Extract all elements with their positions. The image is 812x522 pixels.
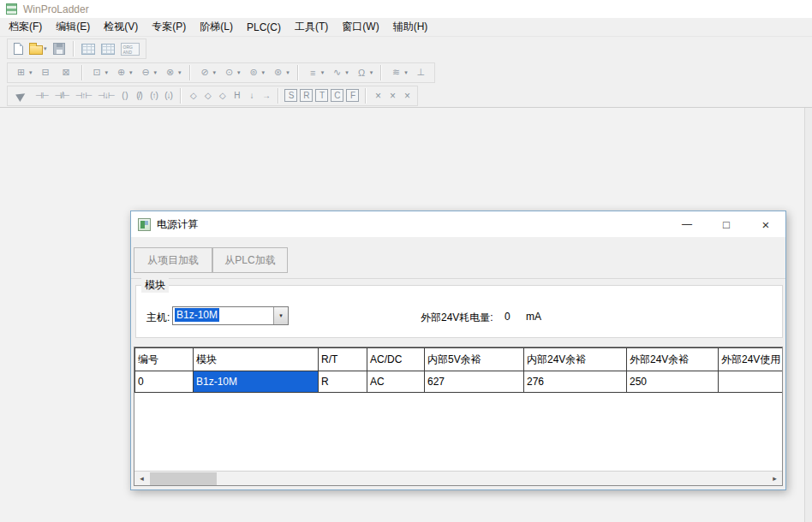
contact-no-button[interactable]: ⊣⊢ bbox=[33, 89, 50, 103]
table-view-button[interactable] bbox=[99, 43, 116, 56]
cell-number[interactable]: 0 bbox=[135, 371, 194, 393]
toolbar2-button-contact-a[interactable]: ⊕▾ bbox=[112, 65, 134, 80]
select-cursor-button[interactable] bbox=[12, 91, 31, 101]
toolbar2-button-jump[interactable]: ⊛▾ bbox=[269, 65, 291, 80]
counter-instruction-button[interactable]: C bbox=[331, 89, 343, 102]
dropdown-caret-icon: ▾ bbox=[154, 69, 158, 76]
dropdown-caret-icon: ▾ bbox=[370, 69, 373, 76]
branch-tool-1[interactable]: ◇ bbox=[187, 89, 199, 103]
dialog-icon bbox=[138, 218, 151, 231]
dropdown-caret-icon: ▾ bbox=[262, 69, 266, 76]
toolbar2-button-link[interactable]: ≋▾ bbox=[387, 65, 409, 80]
scroll-left-button[interactable]: ◂ bbox=[134, 472, 149, 485]
toolbar2-button-wave-monitor[interactable]: ∿▾ bbox=[328, 65, 350, 80]
ladder-view-button[interactable] bbox=[80, 43, 97, 56]
toolbar2-button-zoom[interactable]: ⊡▾ bbox=[88, 65, 110, 80]
toolbar2-button-function-block[interactable]: ⊘▾ bbox=[196, 65, 218, 80]
toolbar-standard: ▾ ORG AND bbox=[0, 37, 812, 61]
toolbar2-button-stamp[interactable]: ⊞▾ bbox=[12, 65, 34, 80]
close-button[interactable]: × bbox=[746, 211, 785, 237]
ground-tool-icon: ⊥ bbox=[414, 66, 428, 80]
line-right-tool[interactable]: → bbox=[260, 89, 272, 103]
coil-set-button[interactable]: (↑) bbox=[147, 89, 159, 103]
menu-project[interactable]: 专案(P) bbox=[145, 17, 193, 37]
toolbar-separator bbox=[278, 88, 278, 104]
cell-module-selected[interactable]: B1z-10M bbox=[194, 371, 319, 393]
host-combobox[interactable]: B1z-10M ▾ bbox=[172, 306, 289, 325]
timer-instruction-button[interactable]: T bbox=[315, 89, 328, 102]
workspace-right-edge bbox=[804, 108, 812, 522]
contact-rising-button[interactable]: ⊣↑⊢ bbox=[74, 89, 93, 103]
table-header-row: 编号 模块 R/T AC/DC 内部5V余裕 内部24V余裕 外部24V余裕 外… bbox=[135, 348, 784, 371]
stamp-tool-icon: ⊞ bbox=[14, 66, 28, 80]
dropdown-caret-icon: ▾ bbox=[237, 69, 241, 76]
horizontal-scrollbar[interactable]: ◂ ▸ bbox=[134, 471, 782, 485]
menu-tools[interactable]: 工具(T) bbox=[288, 17, 335, 37]
dropdown-caret-icon: ▾ bbox=[105, 69, 109, 76]
coil-reset-button[interactable]: (↓) bbox=[162, 89, 174, 103]
contact-nc-button[interactable]: ⊣/⊢ bbox=[52, 89, 70, 103]
save-button[interactable] bbox=[51, 42, 67, 56]
coil-not-button[interactable]: (/) bbox=[133, 89, 145, 103]
toolbar2-button-power[interactable]: Ω▾ bbox=[353, 65, 375, 80]
branch-tool-3[interactable]: ◇ bbox=[216, 89, 228, 103]
dropdown-caret-icon: ▾ bbox=[404, 69, 408, 76]
menu-help[interactable]: 辅助(H) bbox=[386, 17, 435, 37]
load-from-project-button[interactable]: 从项目加载 bbox=[134, 247, 212, 273]
cell-rt[interactable]: R bbox=[319, 371, 367, 393]
toolbar2-button-ground[interactable]: ⊥ bbox=[412, 65, 430, 80]
horizontal-line-tool[interactable]: H bbox=[230, 89, 242, 103]
function-instruction-button[interactable]: F bbox=[346, 89, 359, 102]
branch-tool-2[interactable]: ◇ bbox=[201, 89, 213, 103]
power-table: 编号 模块 R/T AC/DC 内部5V余裕 内部24V余裕 外部24V余裕 外… bbox=[134, 347, 783, 393]
jump-tool-icon: ⊛ bbox=[271, 66, 285, 80]
power-tool-icon: Ω bbox=[355, 66, 369, 80]
delete-network-button[interactable]: × bbox=[401, 89, 413, 103]
scrollbar-thumb[interactable] bbox=[150, 472, 217, 485]
toolbar2-button-instruction-list[interactable]: ≡▾ bbox=[304, 65, 326, 80]
cell-external-24v-usage[interactable] bbox=[719, 371, 784, 393]
menu-view[interactable]: 检视(V) bbox=[97, 17, 145, 37]
col-header-rt: R/T bbox=[319, 348, 367, 371]
power-table-container: 编号 模块 R/T AC/DC 内部5V余裕 内部24V余裕 外部24V余裕 外… bbox=[134, 347, 783, 486]
set-instruction-button[interactable]: S bbox=[284, 89, 297, 102]
toolbar-separator bbox=[189, 65, 190, 80]
dropdown-caret-icon: ▾ bbox=[129, 69, 133, 76]
menu-file[interactable]: 档案(F) bbox=[2, 17, 49, 37]
open-file-button[interactable]: ▾ bbox=[27, 42, 49, 56]
reset-instruction-button[interactable]: R bbox=[300, 89, 313, 102]
vertical-line-tool[interactable]: ↓ bbox=[245, 89, 257, 103]
contact-falling-button[interactable]: ⊣↓⊢ bbox=[96, 89, 116, 103]
load-from-plc-button[interactable]: 从PLC加载 bbox=[212, 247, 288, 273]
save-icon bbox=[53, 43, 65, 55]
toolbar2-button-undo[interactable]: ⊟ bbox=[37, 65, 55, 80]
cell-external-24v-margin[interactable]: 250 bbox=[627, 371, 719, 393]
host-combobox-dropdown-button[interactable]: ▾ bbox=[273, 307, 288, 324]
toolbar2-button-redo[interactable]: ⊠ bbox=[57, 65, 75, 80]
scroll-right-button[interactable]: ▸ bbox=[767, 472, 782, 485]
menu-window[interactable]: 窗口(W) bbox=[335, 17, 385, 37]
maximize-button[interactable]: □ bbox=[707, 211, 746, 237]
menu-plc[interactable]: PLC(C) bbox=[240, 19, 288, 36]
arrow-left-icon: ◂ bbox=[140, 474, 144, 483]
app-window: WinProLadder 档案(F) 编辑(E) 检视(V) 专案(P) 阶梯(… bbox=[0, 0, 812, 522]
cell-internal-5v-margin[interactable]: 627 bbox=[425, 371, 524, 393]
app-logo-icon bbox=[6, 3, 17, 15]
toolbar2-button-contact-b[interactable]: ⊖▾ bbox=[137, 65, 159, 80]
delete-element-button[interactable]: × bbox=[372, 89, 384, 103]
minimize-button[interactable]: — bbox=[667, 211, 707, 237]
instruction-view-button[interactable]: ORG AND bbox=[119, 42, 141, 56]
coil-out-button[interactable]: ( ) bbox=[118, 89, 130, 103]
toolbar2-button-coil[interactable]: ⊗▾ bbox=[161, 65, 183, 80]
dropdown-caret-icon: ▾ bbox=[213, 69, 217, 76]
delete-row-button[interactable]: × bbox=[386, 89, 398, 103]
toolbar2-button-label[interactable]: ⊚▾ bbox=[245, 65, 267, 80]
new-file-button[interactable] bbox=[12, 42, 25, 56]
dialog-titlebar[interactable]: 电源计算 — □ × bbox=[131, 211, 785, 237]
cell-internal-24v-margin[interactable]: 276 bbox=[524, 371, 627, 393]
menu-ladder[interactable]: 阶梯(L) bbox=[193, 17, 240, 37]
toolbar-ladder-elements: ⊣⊢ ⊣/⊢ ⊣↑⊢ ⊣↓⊢ ( ) (/) (↑) (↓) ◇ ◇ ◇ H ↓… bbox=[0, 84, 812, 107]
toolbar2-button-step-ladder[interactable]: ⊙▾ bbox=[220, 65, 242, 80]
cell-acdc[interactable]: AC bbox=[367, 371, 425, 393]
menu-edit[interactable]: 编辑(E) bbox=[49, 17, 97, 37]
